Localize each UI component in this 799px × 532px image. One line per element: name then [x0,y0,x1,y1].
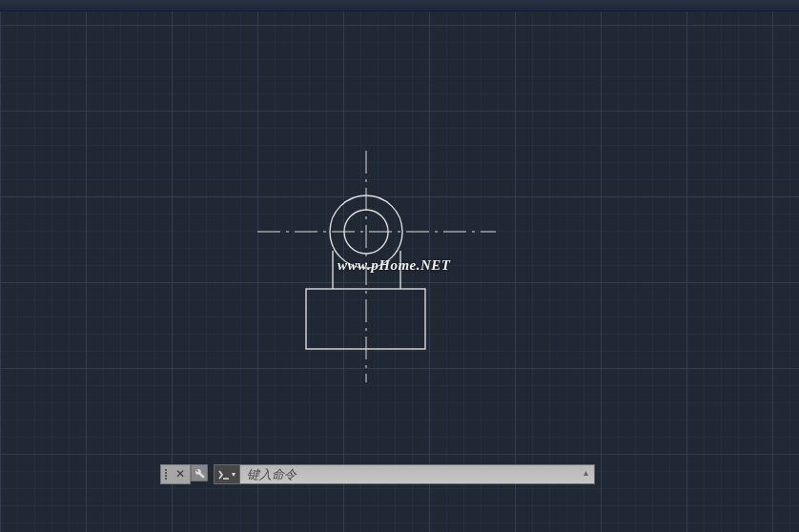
command-input[interactable]: 键入命令 [240,464,595,484]
customize-button[interactable] [191,464,208,481]
command-input-placeholder: 键入命令 [247,466,297,483]
chevron-down-icon: ▾ [232,470,236,479]
close-icon[interactable]: ✕ [174,469,186,481]
drawing-canvas[interactable]: www.pHome.NET [0,11,799,532]
drag-grip-icon[interactable] [165,469,171,480]
wrench-icon [193,466,206,480]
command-bar: ✕ ▾ 键入命令 [160,464,595,484]
drawing-svg [0,11,799,532]
command-bar-palette: ✕ [160,464,191,484]
prompt-icon [218,470,230,480]
command-prompt-button[interactable]: ▾ [214,464,240,484]
titlebar-strip [0,0,799,10]
